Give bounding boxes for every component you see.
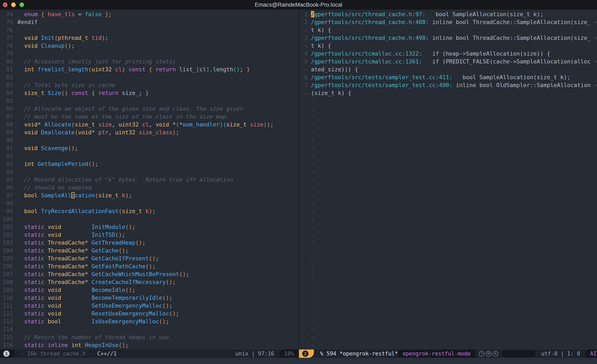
- code-line[interactable]: 104 static ThreadCache* GetCache();: [0, 247, 298, 254]
- empty-line[interactable]: ~: [299, 270, 597, 278]
- code-line[interactable]: 109 static void BecomeIdle();: [0, 286, 298, 294]
- code-line[interactable]: 108 static ThreadCache* CreateCacheIfNec…: [0, 278, 298, 286]
- zoom-button-icon[interactable]: [19, 2, 24, 7]
- code-line[interactable]: 114: [0, 325, 298, 333]
- code-line[interactable]: 1/gperftools/src/thread_cache.h:97: bool…: [299, 10, 597, 18]
- empty-line[interactable]: ~: [299, 184, 597, 191]
- code-line[interactable]: 101 static void InitModule();: [0, 223, 298, 231]
- empty-line[interactable]: ~: [299, 317, 597, 325]
- empty-line[interactable]: ~: [299, 105, 597, 113]
- empty-line[interactable]: ~: [299, 231, 597, 239]
- code-line[interactable]: 95 // Record allocation of "k" bytes. Re…: [0, 176, 298, 184]
- minimize-button-icon[interactable]: [11, 2, 16, 7]
- empty-line[interactable]: ~: [299, 254, 597, 262]
- code-line[interactable]: 93 int GetSamplePeriod();: [0, 160, 298, 168]
- code-line[interactable]: 102 static void InitTSD();: [0, 231, 298, 239]
- empty-line[interactable]: ~: [299, 160, 597, 168]
- code-line[interactable]: 91 void Scavenge();: [0, 144, 298, 152]
- code-line[interactable]: 77 void Init(pthread_t tid);: [0, 34, 298, 42]
- echo-area[interactable]: [0, 358, 597, 364]
- code-line[interactable]: 105 static ThreadCache* GetCacheIfPresen…: [0, 254, 298, 262]
- code-line[interactable]: 99 bool TryRecordAllocationFast(size_t k…: [0, 207, 298, 215]
- code-line[interactable]: 87 // must be the same as the size of th…: [0, 113, 298, 121]
- code-line[interactable]: 6/gperftools/src/tests/sampler_test.cc:4…: [299, 73, 597, 81]
- circled-k-icon[interactable]: K: [493, 351, 498, 356]
- code-line[interactable]: 7/gperftools/src/tests/sampler_test.cc:4…: [299, 81, 597, 89]
- empty-line[interactable]: ~: [299, 136, 597, 144]
- code-line[interactable]: 3/gperftools/src/thread_cache.h:498: inl…: [299, 34, 597, 42]
- code-line[interactable]: 103 static ThreadCache* GetThreadHeap();: [0, 239, 298, 247]
- code-line[interactable]: 92: [0, 152, 298, 160]
- code-line[interactable]: 88 void* Allocate(size_t size, uint32 cl…: [0, 121, 298, 128]
- code-line[interactable]: 89 void Deallocate(void* ptr, uint32 siz…: [0, 128, 298, 136]
- empty-line[interactable]: ~: [299, 310, 597, 317]
- code-line[interactable]: 110 static void BecomeTemporarilyIdle();: [0, 294, 298, 302]
- code-line[interactable]: 113 static bool IsUseEmergencyMalloc();: [0, 317, 298, 325]
- code-line[interactable]: 75#endif: [0, 18, 298, 26]
- close-button-icon[interactable]: [3, 2, 8, 7]
- circled-y-icon[interactable]: Y: [479, 351, 484, 356]
- code-line[interactable]: 86 // Allocate an object of the given si…: [0, 105, 298, 113]
- empty-line[interactable]: ~: [299, 294, 597, 302]
- source-buffer-pane[interactable]: 74 enum { have_tls = false };75#endif767…: [0, 9, 299, 349]
- empty-line[interactable]: ~: [299, 191, 597, 199]
- code-line[interactable]: ↪t k) {: [299, 42, 597, 50]
- code-line[interactable]: 84 size_t Size() const { return size_; }: [0, 89, 298, 97]
- empty-line[interactable]: ~: [299, 325, 597, 333]
- empty-line[interactable]: ~: [299, 239, 597, 247]
- code-line[interactable]: 100: [0, 215, 298, 223]
- titlebar[interactable]: Emacs@RaindeMacBook-Pro.local: [0, 0, 597, 9]
- empty-line[interactable]: ~: [299, 278, 597, 286]
- code-line[interactable]: 74 enum { have_tls = false };: [0, 10, 298, 18]
- code-line[interactable]: ↪(size_t k) {: [299, 89, 597, 97]
- empty-line[interactable]: ~: [299, 199, 597, 207]
- major-mode[interactable]: opengrok-restful-mode: [402, 350, 471, 357]
- code-line[interactable]: 116 static inline int HeapsInUse();: [0, 341, 298, 349]
- code-line[interactable]: 111 static void SetUseEmergencyMalloc();: [0, 302, 298, 310]
- code-line[interactable]: 79: [0, 50, 298, 58]
- empty-line[interactable]: ~: [299, 152, 597, 160]
- empty-line[interactable]: ~: [299, 207, 597, 215]
- code-line[interactable]: ↪ated_size))) {: [299, 65, 597, 73]
- empty-line[interactable]: ~: [299, 144, 597, 152]
- code-line[interactable]: 4/gperftools/src/tcmalloc.cc:1322: if (h…: [299, 50, 597, 58]
- empty-line[interactable]: ~: [299, 223, 597, 231]
- code-line[interactable]: 78 void Cleanup();: [0, 42, 298, 50]
- empty-line[interactable]: ~: [299, 262, 597, 270]
- code-text: ~: [311, 334, 314, 340]
- code-line[interactable]: 97 bool SampleAllocation(size_t k);: [0, 191, 298, 199]
- empty-line[interactable]: ~: [299, 176, 597, 184]
- empty-line[interactable]: ~: [299, 97, 597, 105]
- code-token: static: [24, 224, 45, 230]
- code-line[interactable]: 82: [0, 73, 298, 81]
- empty-line[interactable]: ~: [299, 341, 597, 349]
- code-line[interactable]: 115 // Return the number of thread heaps…: [0, 333, 298, 341]
- empty-line[interactable]: ~: [299, 286, 597, 294]
- empty-line[interactable]: ~: [299, 302, 597, 310]
- code-line[interactable]: ↪t k) {: [299, 26, 597, 34]
- code-line[interactable]: 80 // Accessors (mostly just for printin…: [0, 58, 298, 65]
- code-line[interactable]: 85: [0, 97, 298, 105]
- code-line[interactable]: 98: [0, 199, 298, 207]
- empty-line[interactable]: ~: [299, 247, 597, 254]
- search-results-pane[interactable]: 1/gperftools/src/thread_cache.h:97: bool…: [299, 9, 597, 349]
- empty-line[interactable]: ~: [299, 113, 597, 121]
- code-line[interactable]: 90: [0, 136, 298, 144]
- code-line[interactable]: 112 static void ResetUseEmergencyMalloc(…: [0, 310, 298, 317]
- empty-line[interactable]: ~: [299, 121, 597, 128]
- empty-line[interactable]: ~: [299, 168, 597, 176]
- code-line[interactable]: 96 // should be sampled: [0, 184, 298, 191]
- circled-w-icon[interactable]: W: [486, 351, 491, 356]
- code-line[interactable]: 94: [0, 168, 298, 176]
- code-line[interactable]: 106 static ThreadCache* GetFastPathCache…: [0, 262, 298, 270]
- code-line[interactable]: 2/gperftools/src/thread_cache.h:488: inl…: [299, 18, 597, 26]
- empty-line[interactable]: ~: [299, 215, 597, 223]
- code-line[interactable]: 83 // Total byte size in cache: [0, 81, 298, 89]
- code-line[interactable]: 107 static ThreadCache* GetCacheWhichMus…: [0, 270, 298, 278]
- code-line[interactable]: 81 int freelist_length(uint32 cl) const …: [0, 65, 298, 73]
- empty-line[interactable]: ~: [299, 128, 597, 136]
- major-mode[interactable]: C++//1: [97, 350, 117, 357]
- empty-line[interactable]: ~: [299, 333, 597, 341]
- code-line[interactable]: 76: [0, 26, 298, 34]
- code-line[interactable]: 5/gperftools/src/tcmalloc.cc:1361: if (P…: [299, 58, 597, 65]
